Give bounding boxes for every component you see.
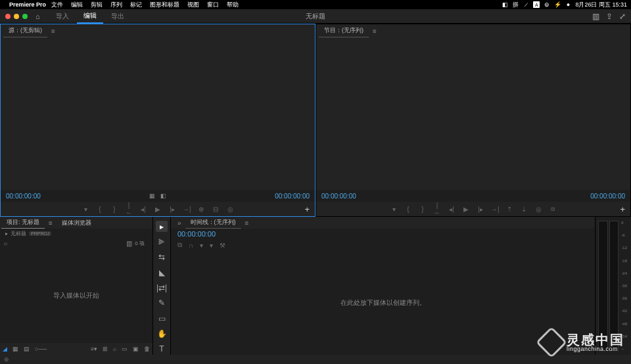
razor-tool-icon[interactable]: ◣ <box>156 267 168 278</box>
bin-icon[interactable]: ▥ <box>126 240 132 247</box>
export-frame-icon[interactable]: ◎ <box>534 206 542 213</box>
source-tc-left[interactable]: 00:00:00:00 <box>6 193 41 200</box>
add-marker-icon[interactable]: ▾ <box>390 206 398 213</box>
auto-seq-icon[interactable]: ⊞ <box>103 346 108 352</box>
app-name[interactable]: Premiere Pro <box>9 1 46 8</box>
search-input[interactable] <box>10 239 124 248</box>
tab-media-browser[interactable]: 媒体浏览器 <box>57 217 97 229</box>
menu-sequence[interactable]: 序列 <box>110 1 122 9</box>
play-icon[interactable]: ▶ <box>154 206 162 213</box>
zoom-window-icon[interactable] <box>22 14 28 19</box>
hand-tool-icon[interactable]: ✋ <box>156 328 168 339</box>
mark-in-icon[interactable]: { <box>404 206 412 213</box>
share-icon[interactable]: ⇪ <box>606 12 613 21</box>
add-transport-button-icon[interactable]: + <box>304 204 310 214</box>
menu-help[interactable]: 帮助 <box>227 1 239 9</box>
list-view-icon[interactable]: ◢ <box>3 346 7 352</box>
tab-export[interactable]: 导出 <box>105 9 131 24</box>
source-canvas[interactable] <box>1 37 315 190</box>
meter-channel[interactable] <box>609 221 619 351</box>
freeform-icon[interactable]: ▤ <box>24 346 30 352</box>
meter-channel[interactable] <box>598 221 608 351</box>
panel-menu-icon[interactable]: ≡ <box>45 219 57 227</box>
selection-tool-icon[interactable]: ▸ <box>156 221 168 232</box>
timeline-tc[interactable]: 00:00:00:00 <box>171 229 595 239</box>
source-tc-right[interactable]: 00:00:00:00 <box>275 193 310 200</box>
menu-edit[interactable]: 编辑 <box>71 1 83 9</box>
fit-icon[interactable]: ▦ <box>149 193 155 199</box>
step-fwd-icon[interactable]: |▸ <box>168 206 176 213</box>
step-back-icon[interactable]: ◂| <box>448 206 456 213</box>
step-fwd-icon[interactable]: |▸ <box>477 206 484 213</box>
tab-project[interactable]: 项目: 无标题 <box>1 217 45 229</box>
icon-view-icon[interactable]: ▦ <box>12 346 18 352</box>
lift-icon[interactable]: ⇡ <box>505 206 513 213</box>
menu-file[interactable]: 文件 <box>51 1 63 9</box>
link-icon[interactable]: ∩ <box>189 242 193 249</box>
extract-icon[interactable]: ⇣ <box>520 206 528 213</box>
mark-out-icon[interactable]: } <box>110 206 118 213</box>
menu-graphics[interactable]: 图形和标题 <box>150 1 179 9</box>
timeline-body[interactable]: 在此处放下媒体以创建序列。 <box>171 251 595 355</box>
go-in-icon[interactable]: |← <box>433 202 441 216</box>
fullscreen-icon[interactable]: ⤢ <box>619 12 626 21</box>
rectangle-tool-icon[interactable]: ▭ <box>156 313 168 324</box>
sort-icon[interactable]: ≡▾ <box>91 346 97 352</box>
home-icon[interactable]: ⌂ <box>35 12 40 20</box>
go-in-icon[interactable]: |← <box>125 202 133 216</box>
collapse-icon[interactable]: ▸ <box>5 231 8 237</box>
chevron-down-icon[interactable]: ▾ <box>210 242 213 249</box>
status-wifi-icon[interactable]: ⊚ <box>544 1 550 8</box>
tab-edit[interactable]: 编辑 <box>77 9 103 24</box>
panel-menu-icon[interactable]: ≡ <box>47 28 59 35</box>
menu-view[interactable]: 视图 <box>187 1 199 9</box>
timeline-tab[interactable]: 时间线：(无序列) <box>185 217 241 229</box>
status-control-icon[interactable]: ● <box>565 1 571 8</box>
marker-icon[interactable]: ▾ <box>200 242 203 249</box>
program-tc-right[interactable]: 00:00:00:00 <box>590 193 625 200</box>
export-frame-icon[interactable]: ◎ <box>226 206 234 213</box>
ripple-edit-tool-icon[interactable]: ⇆ <box>156 252 168 263</box>
menu-clip[interactable]: 剪辑 <box>91 1 103 9</box>
program-tc-left[interactable]: 00:00:00:00 <box>321 193 356 200</box>
menu-window[interactable]: 窗口 <box>207 1 219 9</box>
zoom-slider-icon[interactable]: ○── <box>35 346 47 352</box>
program-tab[interactable]: 节目：(无序列) <box>319 24 369 37</box>
status-item-icon[interactable]: ⟋ <box>523 1 529 8</box>
source-tab[interactable]: 源：(无剪辑) <box>3 24 47 37</box>
trash-icon[interactable]: 🗑 <box>144 346 150 352</box>
overwrite-icon[interactable]: ⊟ <box>212 206 220 213</box>
new-item-icon[interactable]: ▣ <box>133 346 139 352</box>
status-indicator-icon[interactable]: ⊕ <box>4 356 9 363</box>
tab-import[interactable]: 导入 <box>49 9 76 24</box>
step-back-icon[interactable]: ◂| <box>139 206 147 213</box>
add-marker-icon[interactable]: ▾ <box>82 206 89 213</box>
slip-tool-icon[interactable]: |⇄| <box>156 282 168 293</box>
quick-export-icon[interactable]: ▥ <box>592 12 599 21</box>
zoom-icon[interactable]: ◧ <box>160 193 166 199</box>
compare-icon[interactable]: ⧈ <box>549 205 557 213</box>
panel-menu-icon[interactable]: » <box>174 219 185 227</box>
track-select-tool-icon[interactable]: ⫸ <box>156 236 168 247</box>
go-out-icon[interactable]: →| <box>491 206 499 213</box>
project-body[interactable]: 导入媒体以开始 <box>0 248 152 343</box>
search-icon[interactable]: ⌕ <box>4 240 7 246</box>
status-lang-icon[interactable]: 拼 <box>512 1 519 8</box>
mark-in-icon[interactable]: { <box>96 206 104 213</box>
mark-out-icon[interactable]: } <box>419 206 427 213</box>
close-window-icon[interactable] <box>5 14 11 19</box>
status-keyboard-icon[interactable]: A <box>533 1 540 8</box>
play-icon[interactable]: ▶ <box>462 206 470 213</box>
panel-menu-icon[interactable]: ≡ <box>241 219 253 227</box>
snap-icon[interactable]: ⧉ <box>177 241 182 249</box>
panel-menu-icon[interactable]: ≡ <box>369 28 381 35</box>
find-icon[interactable]: ⌕ <box>113 346 116 352</box>
menu-marker[interactable]: 标记 <box>130 1 142 9</box>
status-battery-icon[interactable]: ⚡ <box>554 1 561 8</box>
type-tool-icon[interactable]: T <box>156 344 168 355</box>
new-bin-icon[interactable]: ▭ <box>122 346 128 352</box>
program-canvas[interactable] <box>316 37 630 190</box>
add-transport-button-icon[interactable]: + <box>620 204 625 214</box>
pen-tool-icon[interactable]: ✎ <box>156 298 168 309</box>
status-datetime[interactable]: 8月26日 周五 15:31 <box>575 1 627 9</box>
